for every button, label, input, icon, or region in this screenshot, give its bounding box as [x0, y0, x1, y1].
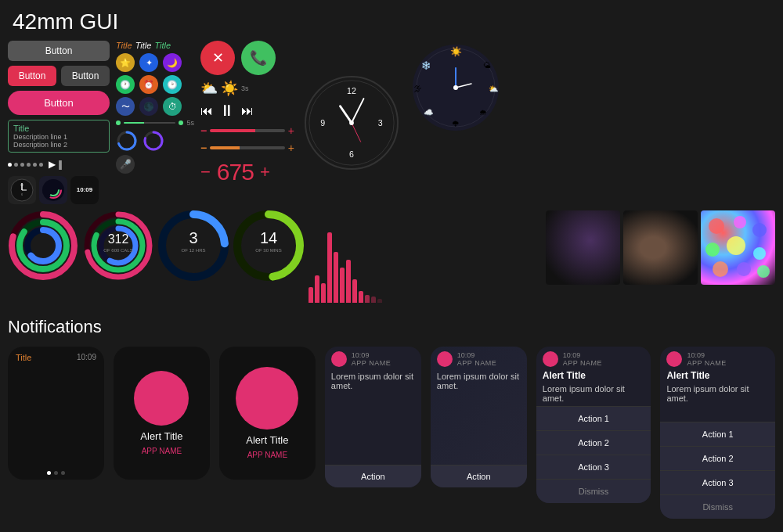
- card3-body: Alert Title APP NAME: [219, 347, 316, 480]
- watch-face-2[interactable]: [39, 176, 67, 204]
- pause-icon[interactable]: ⏸: [219, 102, 235, 120]
- phone-end-button[interactable]: ✕: [200, 41, 235, 75]
- card1-time: 10:09: [77, 353, 96, 362]
- card4-body: Lorem ipsum dolor sit amet.: [325, 368, 421, 465]
- card7-actions: Action 1 Action 2 Action 3 Dismiss: [660, 422, 775, 519]
- bar-1: [309, 287, 313, 303]
- slider-plus-2[interactable]: +: [288, 142, 294, 154]
- card6-dot: [543, 351, 558, 367]
- icon-wave[interactable]: 〜: [116, 97, 135, 116]
- svg-text:3: 3: [378, 117, 383, 127]
- button-4[interactable]: Button: [8, 91, 110, 115]
- blur-image-3: [701, 210, 775, 285]
- icon-green[interactable]: 🕐: [116, 75, 135, 94]
- slider-minus-2[interactable]: −: [200, 142, 207, 154]
- title-row: Title Title Title: [116, 41, 194, 50]
- icon-row-1: ⭐ ✦ 🌙: [116, 53, 194, 72]
- icon-teal[interactable]: ⏱: [163, 97, 182, 116]
- slider-track-2[interactable]: [210, 146, 285, 149]
- icon-moon[interactable]: 🌑: [139, 97, 158, 116]
- sliders: − + − +: [200, 124, 294, 154]
- svg-text:☁️: ☁️: [424, 107, 434, 117]
- icon-orange[interactable]: ⏰: [139, 75, 158, 94]
- fast-forward-icon[interactable]: ⏭: [241, 104, 254, 118]
- card3-app: APP NAME: [247, 451, 288, 459]
- bar-10: [365, 295, 370, 303]
- card6-time: 10:09: [563, 351, 645, 359]
- card7-action2-button[interactable]: Action 2: [660, 446, 775, 470]
- slider-2: − +: [200, 142, 294, 154]
- dot-2: [14, 163, 18, 167]
- svg-line-21: [352, 123, 361, 142]
- card6-action3-button[interactable]: Action 3: [536, 455, 651, 479]
- card1-dots: [8, 466, 104, 480]
- card7-dismiss-button[interactable]: Dismiss: [660, 494, 775, 519]
- svg-point-63: [753, 247, 766, 260]
- svg-text:☀️: ☀️: [450, 45, 462, 57]
- number-minus[interactable]: −: [200, 162, 211, 182]
- svg-text:OF 30 MINS: OF 30 MINS: [255, 248, 281, 253]
- notification-card-5: 10:09 APP NAME Lorem ipsum dolor sit ame…: [431, 347, 527, 487]
- card1-title: Title: [16, 353, 31, 362]
- phone-buttons: ✕ 📞: [200, 41, 294, 75]
- rewind-icon[interactable]: ⏮: [200, 104, 213, 118]
- button-3[interactable]: Button: [61, 66, 110, 86]
- list-item-desc2: Description line 2: [13, 141, 104, 149]
- card5-right-info: 10:09 APP NAME: [457, 351, 521, 367]
- svg-text:❄️: ❄️: [421, 60, 431, 70]
- card7-action1-button[interactable]: Action 1: [660, 422, 775, 446]
- svg-text:10:09: 10:09: [77, 186, 93, 193]
- card6-header: 10:09 APP NAME: [536, 347, 651, 368]
- slider-minus-1[interactable]: −: [200, 124, 207, 137]
- card4-action-button[interactable]: Action: [325, 465, 421, 487]
- svg-point-60: [752, 223, 767, 237]
- blur-image-1: [546, 210, 620, 285]
- phone-answer-button[interactable]: 📞: [241, 41, 276, 75]
- slider-plus-1[interactable]: +: [288, 124, 294, 137]
- icon-blue[interactable]: ✦: [139, 53, 158, 72]
- card1-header: Title 10:09: [8, 347, 104, 365]
- card6-action1-button[interactable]: Action 1: [536, 406, 651, 430]
- card7-header: 10:09 APP NAME: [660, 347, 775, 368]
- number-plus[interactable]: +: [260, 162, 270, 182]
- icons-column: Title Title Title ⭐ ✦ 🌙 🕐 ⏰ 🕑 〜 🌑 ⏱ 5s: [116, 41, 194, 204]
- watch-face-3[interactable]: 10:09: [70, 176, 99, 204]
- rings-column: 312 OF 600 CALS 3 OF 12 HRS 14 OF 30 MIN…: [8, 210, 539, 304]
- card6-alert: Alert Title: [536, 368, 651, 381]
- notification-card-7: 10:09 APP NAME Alert Title Lorem ipsum d…: [660, 347, 775, 519]
- card7-action3-button[interactable]: Action 3: [660, 470, 775, 494]
- icon-cyan[interactable]: 🕑: [163, 75, 182, 94]
- list-item: Title Description line 1 Description lin…: [8, 120, 110, 153]
- button-2[interactable]: Button: [8, 66, 56, 86]
- svg-text:🌩: 🌩: [452, 120, 460, 128]
- card6-action2-button[interactable]: Action 2: [536, 430, 651, 455]
- watch-face-1[interactable]: 12 6: [8, 176, 36, 204]
- title-label-3: Title: [154, 41, 171, 50]
- card7-time: 10:09: [687, 351, 769, 359]
- card7-right-info: 10:09 APP NAME: [687, 351, 769, 367]
- svg-point-66: [757, 265, 770, 278]
- blurred-images: [546, 210, 775, 304]
- icon-yellow[interactable]: ⭐: [116, 53, 135, 72]
- card6-dismiss-button[interactable]: Dismiss: [536, 479, 651, 503]
- weather-icon-sun: ☀️: [221, 80, 238, 97]
- dot-4: [27, 163, 31, 167]
- svg-point-64: [713, 261, 728, 277]
- icon-purple[interactable]: 🌙: [163, 53, 182, 72]
- timer-label: 3s: [241, 84, 249, 92]
- slider-track-1[interactable]: [210, 129, 285, 132]
- card4-right-info: 10:09 APP NAME: [352, 351, 415, 367]
- button-1[interactable]: Button: [8, 41, 110, 61]
- svg-point-59: [734, 216, 746, 228]
- card7-dot: [666, 351, 682, 367]
- microphone-icon[interactable]: 🎤: [116, 155, 135, 174]
- buttons-column: Button Button Button Button Title Descri…: [8, 41, 110, 204]
- card5-action-button[interactable]: Action: [431, 465, 527, 487]
- number-control: − 675 +: [200, 159, 294, 185]
- card6-app: APP NAME: [563, 359, 645, 367]
- ring-mins: 14 OF 30 MINS: [233, 210, 304, 281]
- notification-card-2: Alert Title APP NAME: [114, 347, 210, 480]
- dot-inactive-2: [61, 471, 65, 475]
- bar-8: [352, 279, 357, 303]
- card2-circle: [134, 371, 189, 426]
